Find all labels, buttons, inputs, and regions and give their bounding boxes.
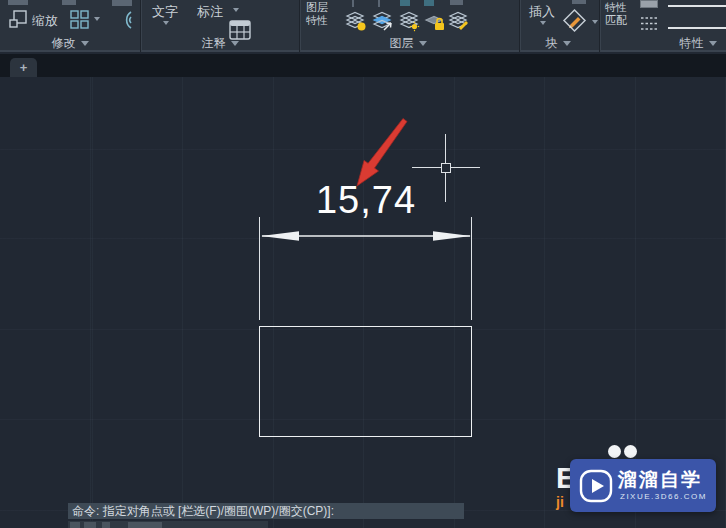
cropped-icon-fragment [102, 522, 110, 528]
scale-button[interactable]: 缩放 [32, 12, 58, 30]
linetype-icon[interactable] [639, 15, 660, 36]
drawing-canvas[interactable]: 15,74 E ji 溜溜自学 zixue.3d66.com 命令: 指定对角点… [0, 77, 726, 528]
chevron-down-icon [419, 41, 427, 46]
layer-edit-icon[interactable] [447, 11, 470, 36]
command-line[interactable]: 命令: 指定对角点或 [栏选(F)/圈围(WP)/圈交(CP)]: [68, 503, 464, 519]
cropped-icon-fragment [112, 0, 132, 6]
text-dropdown-icon[interactable] [163, 21, 169, 25]
panel-separator [519, 0, 521, 52]
cropped-icon-fragment [450, 0, 463, 5]
watermark-site: zixue.3d66.com [620, 492, 707, 501]
new-drawing-tab-button[interactable]: + [10, 58, 37, 77]
panel-properties-label: 特性 [680, 35, 704, 52]
annotation-arrow [350, 115, 412, 187]
scale-icon[interactable] [8, 9, 28, 33]
cropped-icon-fragment [70, 522, 80, 528]
panel-separator [599, 0, 601, 52]
cropped-icon-fragment [62, 0, 76, 5]
panel-annotate-label: 注释 [202, 35, 226, 52]
panel-separator [299, 0, 301, 52]
fillet-icon[interactable] [110, 8, 134, 36]
layer-lock-icon[interactable] [423, 11, 446, 36]
chevron-down-icon [81, 41, 89, 46]
cropped-icon-fragment [128, 522, 162, 528]
insert-button[interactable]: 插入 [529, 3, 555, 21]
pickbox-icon [441, 163, 451, 173]
attribute-dropdown-icon[interactable] [592, 20, 598, 24]
panel-modify-label: 修改 [52, 35, 76, 52]
attribute-edit-icon[interactable] [561, 7, 588, 38]
chevron-down-icon [709, 41, 717, 46]
autocad-window: 缩放 修改 文字 标注 [0, 0, 726, 528]
panel-annotate[interactable]: 注释 [180, 36, 260, 50]
file-tab-bar: + [0, 54, 726, 77]
match-properties-button[interactable]: 特性 匹配 [605, 1, 627, 27]
cropped-icon-fragment [352, 0, 354, 7]
ribbon: 缩放 修改 文字 标注 [0, 0, 726, 52]
panel-modify[interactable]: 修改 [30, 36, 110, 50]
panel-block[interactable]: 块 [530, 36, 586, 50]
watermark-brand: 溜溜自学 [618, 467, 702, 493]
cropped-icon-fragment [424, 0, 434, 6]
cropped-icon-fragment [378, 0, 380, 7]
insert-dropdown-icon[interactable] [540, 21, 546, 25]
cropped-icon-fragment [84, 522, 96, 528]
command-prompt: 命令: 指定对角点或 [栏选(F)/圈围(WP)/圈交(CP)]: [72, 503, 334, 520]
play-icon [578, 468, 614, 504]
partial-logo-text: ji [556, 494, 564, 510]
plus-icon: + [20, 60, 28, 75]
panel-layers-label: 图层 [390, 35, 414, 52]
layer-isolate-icon[interactable] [398, 11, 421, 36]
watermark: 溜溜自学 zixue.3d66.com [570, 459, 716, 512]
watermark-ear-icon [608, 445, 621, 458]
layer-match-icon[interactable] [371, 11, 394, 36]
lineweight-preview[interactable] [668, 5, 726, 7]
chevron-down-icon [563, 41, 571, 46]
dimension-button[interactable]: 标注 [197, 3, 223, 21]
cropped-icon-fragment [400, 0, 410, 6]
cropped-icon-fragment [8, 0, 28, 5]
chevron-down-icon [231, 41, 239, 46]
watermark-ear-icon [624, 445, 637, 458]
layer-on-icon[interactable] [344, 11, 367, 36]
linetype-preview[interactable] [668, 27, 726, 29]
color-swatch-icon[interactable] [640, 0, 658, 8]
dimension-line[interactable] [255, 226, 477, 246]
panel-separator [140, 0, 142, 52]
array-icon[interactable] [70, 10, 89, 33]
panel-properties[interactable]: 特性 [670, 36, 726, 50]
layer-properties-button[interactable]: 图层 特性 [306, 1, 328, 27]
panel-layers[interactable]: 图层 [368, 36, 448, 50]
panel-block-label: 块 [546, 35, 558, 52]
rectangle-entity[interactable] [259, 326, 472, 437]
cropped-icon-fragment [572, 0, 586, 4]
text-button[interactable]: 文字 [152, 3, 178, 21]
command-line-cropped-row[interactable] [68, 521, 268, 528]
array-dropdown-icon[interactable] [94, 17, 100, 21]
dimension-dropdown-icon[interactable] [233, 8, 239, 12]
